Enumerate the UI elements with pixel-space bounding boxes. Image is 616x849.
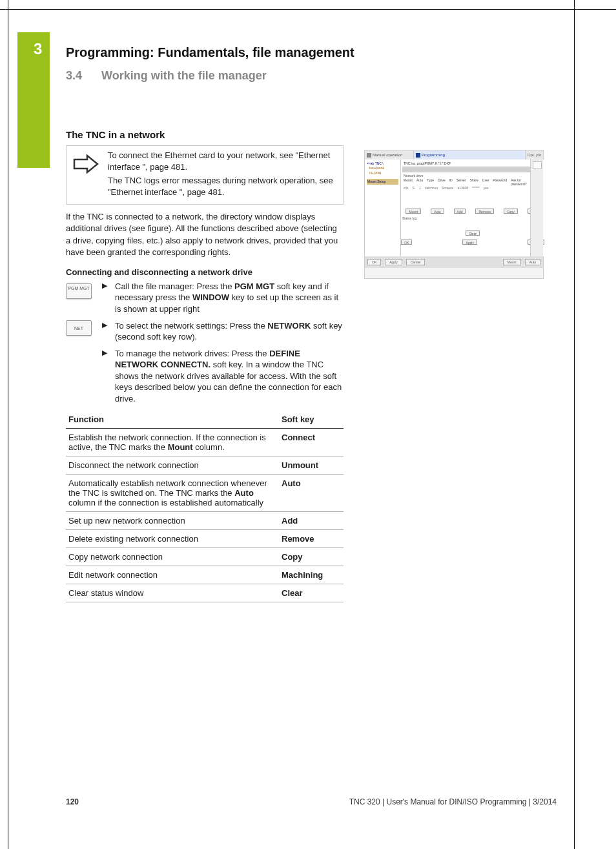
bullet-icon: ▶ bbox=[102, 348, 110, 357]
page-number: 120 bbox=[66, 797, 79, 806]
page-footer: 120 TNC 320 | User's Manual for DIN/ISO … bbox=[66, 797, 557, 806]
bullet-icon: ▶ bbox=[102, 320, 110, 329]
table-row: Automatically establish network connecti… bbox=[66, 475, 344, 512]
subsection-title: The TNC in a network bbox=[66, 129, 557, 140]
footer-text: TNC 320 | User's Manual for DIN/ISO Prog… bbox=[349, 797, 557, 806]
step-text: Call the file manager: Press the PGM MGT… bbox=[115, 281, 344, 315]
table-row: Edit network connectionMachining bbox=[66, 566, 344, 584]
td-function: Establish the network connection. If the… bbox=[66, 429, 279, 456]
td-softkey: Clear bbox=[279, 584, 344, 602]
arrow-icon bbox=[72, 150, 100, 178]
td-softkey: Remove bbox=[279, 530, 344, 548]
td-function: Disconnect the network connection bbox=[66, 456, 279, 475]
th-function: Function bbox=[66, 411, 279, 429]
td-softkey: Unmount bbox=[279, 456, 344, 475]
table-row: Disconnect the network connectionUnmount bbox=[66, 456, 344, 475]
td-softkey: Copy bbox=[279, 548, 344, 566]
td-function: Delete existing network connection bbox=[66, 530, 279, 548]
td-function: Set up new network connection bbox=[66, 512, 279, 530]
step-item: ▶ To manage the network drives: Press th… bbox=[66, 348, 344, 405]
table-row: Delete existing network connectionRemove bbox=[66, 530, 344, 548]
body-paragraph: If the TNC is connected to a network, th… bbox=[66, 211, 344, 258]
chapter-title: Programming: Fundamentals, file manageme… bbox=[66, 45, 557, 60]
function-table: Function Soft key Establish the network … bbox=[66, 411, 344, 602]
step-item: NET ▶ To select the network settings: Pr… bbox=[66, 320, 344, 343]
td-softkey: Machining bbox=[279, 566, 344, 584]
td-softkey: Connect bbox=[279, 429, 344, 456]
td-function: Edit network connection bbox=[66, 566, 279, 584]
td-function: Automatically establish network connecti… bbox=[66, 475, 279, 512]
th-softkey: Soft key bbox=[279, 411, 344, 429]
table-row: Clear status windowClear bbox=[66, 584, 344, 602]
section-title: Working with the file manager bbox=[101, 69, 267, 82]
step-text: To select the network settings: Press th… bbox=[115, 320, 344, 343]
info-callout: To connect the Ethernet card to your net… bbox=[66, 145, 344, 205]
bullet-icon: ▶ bbox=[102, 281, 110, 290]
table-row: Set up new network connectionAdd bbox=[66, 512, 344, 530]
td-softkey: Auto bbox=[279, 475, 344, 512]
crop-mark-left bbox=[8, 0, 8, 849]
softkey-net: NET bbox=[66, 320, 92, 336]
sub-subsection-title: Connecting and disconnecting a network d… bbox=[66, 267, 557, 277]
section-number: 3.4 bbox=[66, 69, 98, 83]
softkey-pgm-mgt: PGM MGT bbox=[66, 283, 92, 299]
callout-line-1: To connect the Ethernet card to your net… bbox=[108, 150, 338, 172]
td-function: Clear status window bbox=[66, 584, 279, 602]
chapter-number: 3 bbox=[34, 40, 42, 58]
table-row: Copy network connectionCopy bbox=[66, 548, 344, 566]
td-function: Copy network connection bbox=[66, 548, 279, 566]
td-softkey: Add bbox=[279, 512, 344, 530]
crop-mark-top bbox=[0, 9, 616, 10]
step-item: PGM MGT ▶ Call the file manager: Press t… bbox=[66, 281, 344, 315]
steps-list: PGM MGT ▶ Call the file manager: Press t… bbox=[66, 281, 344, 404]
section-heading: 3.4 Working with the file manager bbox=[66, 69, 557, 83]
crop-mark-right bbox=[574, 0, 575, 849]
callout-line-2: The TNC logs error messages during netwo… bbox=[108, 175, 338, 198]
table-row: Establish the network connection. If the… bbox=[66, 429, 344, 456]
step-text: To manage the network drives: Press the … bbox=[115, 348, 344, 405]
